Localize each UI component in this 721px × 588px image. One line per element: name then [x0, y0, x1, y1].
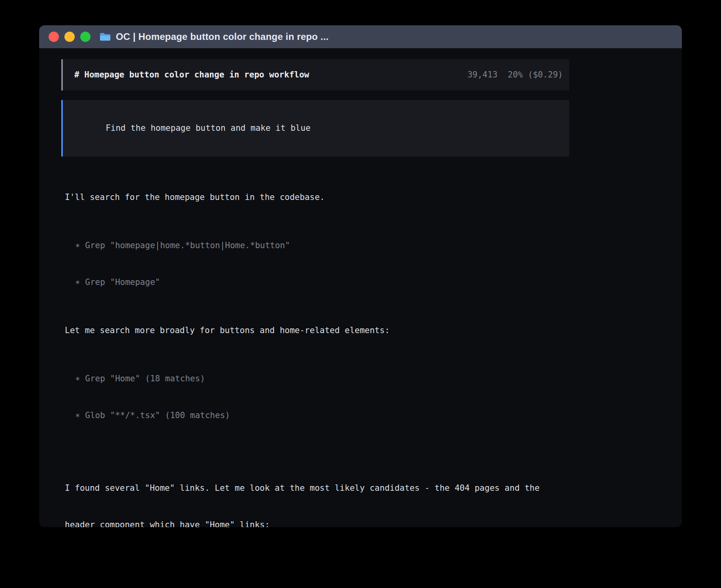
assistant-text-line: header component which have "Home" links… — [65, 519, 569, 527]
context-percent: 20% — [508, 70, 523, 79]
user-message: Find the homepage button and make it blu… — [61, 100, 569, 156]
minimize-button[interactable] — [64, 32, 75, 42]
traffic-lights — [49, 32, 91, 42]
terminal-window: OC | Homepage button color change in rep… — [39, 25, 682, 527]
zoom-button[interactable] — [80, 32, 91, 42]
session-header: # Homepage button color change in repo w… — [61, 59, 569, 90]
tool-call-grep: ∗ Grep "Homepage" — [75, 276, 569, 288]
session-cost: ($0.29) — [528, 70, 563, 79]
close-button[interactable] — [49, 32, 59, 42]
window-titlebar[interactable]: OC | Homepage button color change in rep… — [39, 25, 682, 48]
user-message-text: Find the homepage button and make it blu… — [106, 123, 310, 133]
tool-call-group: ∗ Grep "homepage|home.*button|Home.*butt… — [75, 215, 569, 313]
tool-call-glob: ∗ Glob "**/*.tsx" (100 matches) — [75, 409, 569, 422]
token-count: 39,413 — [468, 70, 498, 79]
assistant-text: I'll search for the homepage button in t… — [65, 191, 569, 204]
assistant-text-line: I found several "Home" links. Let me loo… — [65, 482, 569, 494]
tool-call-grep: ∗ Grep "Home" (18 matches) — [75, 373, 569, 385]
folder-icon — [99, 32, 111, 41]
tool-call-grep: ∗ Grep "homepage|home.*button|Home.*butt… — [75, 239, 569, 252]
session-title: # Homepage button color change in repo w… — [74, 69, 309, 81]
assistant-text: I found several "Home" links. Let me loo… — [65, 458, 569, 527]
assistant-text: Let me search more broadly for buttons a… — [65, 324, 569, 337]
window-title: OC | Homepage button color change in rep… — [116, 31, 328, 42]
tool-call-group: ∗ Grep "Home" (18 matches) ∗ Glob "**/*.… — [75, 348, 569, 446]
terminal-content: # Homepage button color change in repo w… — [39, 48, 682, 527]
session-stats: 39,41320%($0.29) — [468, 69, 563, 81]
